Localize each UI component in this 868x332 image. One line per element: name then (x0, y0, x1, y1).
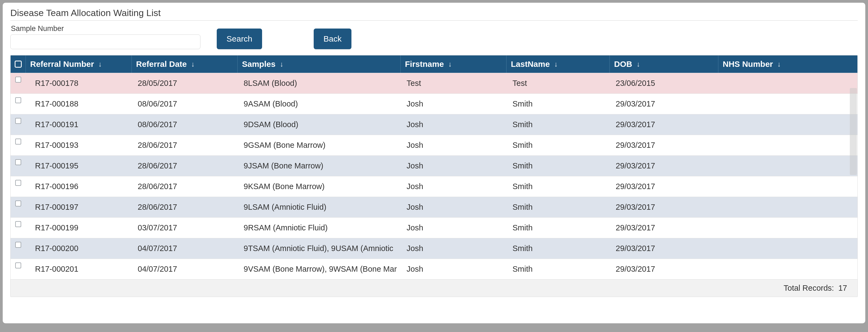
table-row[interactable]: R17-00018808/06/20179ASAM (Blood)JoshSmi… (10, 93, 858, 114)
cell-samples: 8LSAM (Blood) (238, 73, 401, 93)
cell-referral-number: R17-000191 (26, 114, 132, 135)
grid-body: R17-00017828/05/20178LSAM (Blood)TestTes… (10, 73, 858, 279)
cell-samples: 9VSAM (Bone Marrow), 9WSAM (Bone Mar (238, 259, 401, 279)
cell-dob: 29/03/2017 (610, 218, 718, 238)
cell-lastname: Smith (506, 176, 610, 197)
cell-referral-date: 04/07/2017 (132, 259, 238, 279)
cell-referral-date: 08/06/2017 (132, 114, 238, 135)
table-row[interactable]: R17-00020004/07/20179TSAM (Amniotic Flui… (10, 238, 858, 259)
row-select-cell (10, 114, 26, 135)
cell-firstname: Josh (401, 114, 506, 135)
cell-dob: 29/03/2017 (610, 156, 718, 176)
cell-firstname: Josh (401, 259, 506, 279)
cell-firstname: Test (401, 73, 506, 93)
cell-nhs-number (718, 94, 858, 114)
spacer (834, 284, 838, 293)
header-label: Samples (242, 60, 275, 69)
scrollbar-thumb[interactable] (850, 88, 857, 175)
table-row[interactable]: R17-00019728/06/20179LSAM (Amniotic Flui… (10, 197, 858, 217)
sort-desc-icon: ↓ (191, 61, 195, 68)
cell-referral-date: 04/07/2017 (132, 238, 238, 259)
header-nhs-number[interactable]: NHS Number ↓ (718, 55, 858, 73)
row-checkbox[interactable] (15, 221, 21, 227)
header-dob[interactable]: DOB ↓ (610, 55, 718, 73)
cell-lastname: Smith (506, 94, 610, 114)
cell-referral-number: R17-000201 (26, 259, 132, 279)
results-grid: Referral Number ↓ Referral Date ↓ Sample… (10, 55, 858, 297)
header-label: NHS Number (723, 60, 773, 69)
sample-number-input[interactable] (10, 34, 200, 49)
sort-desc-icon: ↓ (448, 61, 452, 68)
cell-samples: 9LSAM (Amniotic Fluid) (238, 197, 401, 217)
cell-nhs-number (718, 197, 858, 217)
header-firstname[interactable]: Firstname ↓ (401, 55, 506, 73)
cell-firstname: Josh (401, 197, 506, 217)
row-checkbox[interactable] (15, 180, 21, 186)
row-select-cell (10, 259, 26, 279)
grid-footer: Total Records: 17 (10, 279, 858, 297)
header-lastname[interactable]: LastName ↓ (506, 55, 610, 73)
row-select-cell (10, 218, 26, 238)
header-samples[interactable]: Samples ↓ (238, 55, 401, 73)
row-checkbox[interactable] (15, 201, 21, 207)
cell-samples: 9TSAM (Amniotic Fluid), 9USAM (Amniotic (238, 238, 401, 259)
table-row[interactable]: R17-00019528/06/20179JSAM (Bone Marrow)J… (10, 155, 858, 176)
cell-referral-date: 08/06/2017 (132, 94, 238, 114)
header-label: Referral Date (136, 60, 187, 69)
cell-dob: 29/03/2017 (610, 197, 718, 217)
cell-dob: 29/03/2017 (610, 114, 718, 135)
row-select-cell (10, 176, 26, 197)
search-bar: Sample Number Search Back (10, 25, 858, 49)
header-referral-date[interactable]: Referral Date ↓ (132, 55, 238, 73)
grid-header-row: Referral Number ↓ Referral Date ↓ Sample… (10, 55, 858, 73)
cell-firstname: Josh (401, 135, 506, 155)
cell-firstname: Josh (401, 238, 506, 259)
header-label: Firstname (405, 60, 444, 69)
cell-referral-number: R17-000178 (26, 73, 132, 93)
cell-referral-number: R17-000197 (26, 197, 132, 217)
waiting-list-panel: Disease Team Allocation Waiting List Sam… (3, 3, 865, 323)
cell-samples: 9DSAM (Blood) (238, 114, 401, 135)
header-referral-number[interactable]: Referral Number ↓ (26, 55, 132, 73)
table-row[interactable]: R17-00019328/06/20179GSAM (Bone Marrow)J… (10, 135, 858, 155)
row-checkbox[interactable] (15, 263, 21, 268)
header-label: LastName (511, 60, 550, 69)
cell-samples: 9GSAM (Bone Marrow) (238, 135, 401, 155)
cell-dob: 23/06/2015 (610, 73, 718, 93)
sort-desc-icon: ↓ (554, 61, 558, 68)
cell-referral-date: 28/06/2017 (132, 135, 238, 155)
row-checkbox[interactable] (15, 159, 21, 165)
search-button[interactable]: Search (217, 29, 262, 49)
cell-lastname: Smith (506, 238, 610, 259)
cell-referral-number: R17-000200 (26, 238, 132, 259)
row-checkbox[interactable] (15, 77, 21, 83)
cell-nhs-number (718, 135, 858, 155)
cell-nhs-number (718, 259, 858, 279)
table-row[interactable]: R17-00017828/05/20178LSAM (Blood)TestTes… (10, 73, 858, 93)
row-checkbox[interactable] (15, 118, 21, 124)
table-row[interactable]: R17-00019903/07/20179RSAM (Amniotic Flui… (10, 217, 858, 238)
cell-referral-date: 28/05/2017 (132, 73, 238, 93)
cell-firstname: Josh (401, 218, 506, 238)
cell-samples: 9RSAM (Amniotic Fluid) (238, 218, 401, 238)
row-checkbox[interactable] (15, 97, 21, 103)
table-row[interactable]: R17-00019628/06/20179KSAM (Bone Marrow)J… (10, 176, 858, 197)
row-checkbox[interactable] (15, 242, 21, 248)
table-row[interactable]: R17-00020104/07/20179VSAM (Bone Marrow),… (10, 259, 858, 279)
cell-nhs-number (718, 156, 858, 176)
header-select-all[interactable] (10, 55, 26, 73)
row-select-cell (10, 197, 26, 217)
back-button[interactable]: Back (314, 29, 351, 49)
cell-dob: 29/03/2017 (610, 259, 718, 279)
total-records-label: Total Records: (783, 284, 834, 293)
header-label: Referral Number (30, 60, 94, 69)
cell-nhs-number (718, 73, 858, 93)
table-row[interactable]: R17-00019108/06/20179DSAM (Blood)JoshSmi… (10, 114, 858, 135)
cell-samples: 9ASAM (Blood) (238, 94, 401, 114)
cell-referral-date: 28/06/2017 (132, 156, 238, 176)
cell-firstname: Josh (401, 94, 506, 114)
select-all-checkbox[interactable] (15, 61, 22, 68)
row-checkbox[interactable] (15, 139, 21, 145)
cell-nhs-number (718, 218, 858, 238)
cell-referral-number: R17-000193 (26, 135, 132, 155)
